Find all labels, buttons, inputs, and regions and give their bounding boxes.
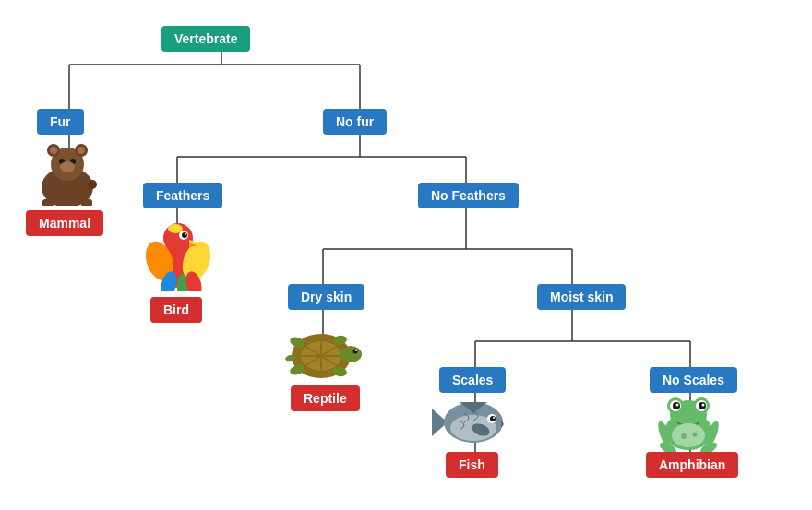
svg-point-85: [672, 423, 705, 447]
svg-point-59: [340, 346, 362, 362]
bear-icon: [26, 136, 109, 206]
feathers-box: Feathers: [143, 183, 222, 208]
fish-box: Fish: [446, 452, 498, 478]
fish-image-node: [427, 395, 506, 456]
noscales-node: No Scales: [650, 367, 737, 393]
svg-point-34: [60, 161, 75, 172]
vertebrate-node: Vertebrate: [161, 26, 250, 52]
svg-point-72: [490, 416, 496, 421]
amphibian-label-node: Amphibian: [646, 452, 738, 478]
feathers-node: Feathers: [143, 183, 222, 208]
nofeathers-node: No Feathers: [418, 183, 519, 208]
svg-point-49: [185, 233, 186, 235]
reptile-box: Reptile: [291, 385, 360, 411]
svg-point-90: [681, 433, 687, 439]
vertebrate-box: Vertebrate: [161, 26, 250, 52]
svg-point-48: [182, 232, 187, 238]
svg-point-83: [676, 404, 679, 407]
svg-rect-37: [52, 194, 61, 203]
scales-box: Scales: [439, 367, 506, 393]
mammal-image-node: [26, 136, 109, 209]
fur-node: Fur: [37, 109, 84, 135]
svg-point-60: [353, 350, 358, 354]
moistskin-node: Moist skin: [537, 284, 626, 310]
svg-point-52: [168, 224, 183, 233]
nofur-box: No fur: [323, 109, 387, 135]
svg-point-84: [702, 404, 705, 407]
fur-box: Fur: [37, 109, 84, 135]
svg-point-30: [78, 147, 85, 154]
dryskin-node: Dry skin: [288, 284, 364, 310]
mammal-label-node: Mammal: [26, 210, 103, 236]
bird-label-node: Bird: [150, 297, 202, 323]
bird-image-node: [137, 210, 220, 295]
bird-icon: [137, 210, 220, 291]
mammal-box: Mammal: [26, 210, 103, 236]
svg-point-73: [493, 417, 495, 419]
amphibian-image-node: [651, 395, 725, 456]
tree-container: Vertebrate Fur: [0, 0, 812, 510]
svg-point-39: [88, 180, 97, 189]
svg-point-91: [693, 433, 698, 437]
noscales-box: No Scales: [650, 367, 737, 393]
reptile-image-node: [277, 321, 364, 389]
reptile-label-node: Reptile: [291, 385, 360, 411]
svg-point-29: [50, 147, 57, 154]
svg-point-61: [355, 350, 357, 351]
svg-rect-38: [74, 194, 83, 203]
dryskin-box: Dry skin: [288, 284, 364, 310]
fish-icon: [427, 395, 506, 452]
moistskin-box: Moist skin: [537, 284, 626, 310]
bird-box: Bird: [150, 297, 202, 323]
amphibian-box: Amphibian: [646, 452, 738, 478]
fish-label-node: Fish: [446, 452, 498, 478]
scales-node: Scales: [439, 367, 506, 393]
reptile-icon: [277, 321, 364, 385]
frog-icon: [651, 395, 725, 452]
nofur-node: No fur: [323, 109, 387, 135]
nofeathers-box: No Feathers: [418, 183, 519, 208]
